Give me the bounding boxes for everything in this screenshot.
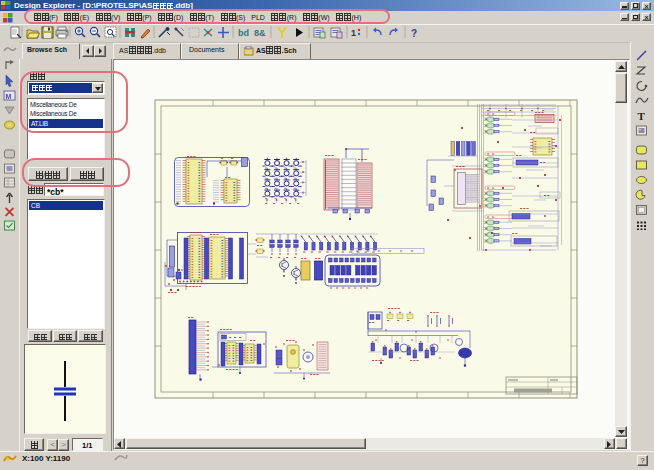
svg-text:?: ? [411, 28, 417, 39]
svg-text:1: 1 [351, 28, 356, 38]
svg-text:M: M [6, 93, 12, 100]
svg-text:8&: 8& [254, 28, 266, 38]
svg-text:T: T [638, 110, 646, 122]
svg-text:bd: bd [238, 28, 249, 38]
